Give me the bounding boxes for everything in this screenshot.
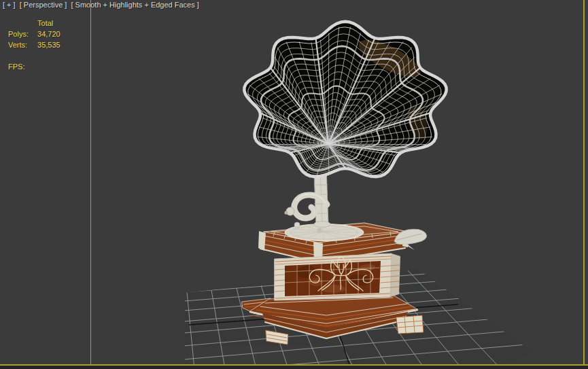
stats-header-row: Total — [0, 18, 60, 29]
max-perspective-viewport[interactable]: [ + ] [ Perspective ] [ Smooth + Highlig… — [0, 0, 588, 369]
fps-label: FPS: — [8, 61, 34, 72]
horn — [244, 22, 446, 177]
viewport-label: [ + ] [ Perspective ] [ Smooth + Highlig… — [3, 1, 201, 9]
polys-label: Polys: — [8, 29, 34, 39]
verts-value: 35,535 — [37, 39, 60, 50]
polys-value: 34,720 — [37, 29, 60, 39]
scene-canvas[interactable] — [0, 0, 588, 369]
gramophone-model[interactable] — [242, 22, 447, 345]
viewport-pov-menu[interactable]: [ Perspective ] — [20, 1, 67, 9]
stats-fps-row: FPS: — [0, 61, 60, 72]
viewport-border-right — [583, 0, 585, 366]
viewport-border-left — [90, 0, 91, 366]
stats-verts-row: Verts: 35,535 — [0, 39, 60, 50]
verts-label: Verts: — [8, 39, 34, 50]
bottom-frame-strip — [0, 366, 588, 369]
stats-total-header: Total — [37, 18, 53, 29]
viewport-general-menu[interactable]: [ + ] — [3, 1, 16, 9]
stats-polys-row: Polys: 34,720 — [0, 29, 60, 39]
statistics-overlay: Total Polys: 34,720 Verts: 35,535 FPS: — [0, 18, 60, 72]
